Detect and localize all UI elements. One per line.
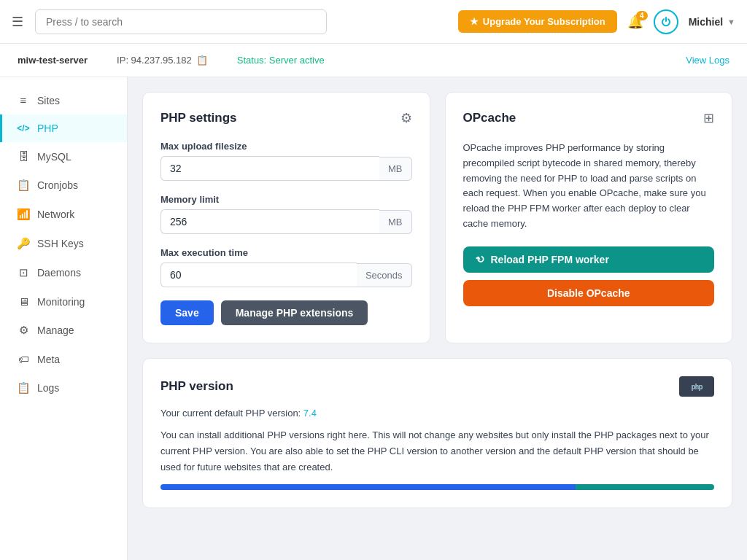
sidebar-item-manage[interactable]: ⚙ Manage <box>0 316 127 345</box>
memory-limit-unit: MB <box>379 210 412 234</box>
server-info-bar: miw-test-server IP: 94.237.95.182 📋 Stat… <box>0 44 747 77</box>
php-version-install-text: You can install additional PHP versions … <box>160 427 714 475</box>
key-icon: 🔑 <box>17 237 30 250</box>
memory-limit-input-row: MB <box>160 209 412 234</box>
sidebar-label-sites: Sites <box>37 95 60 106</box>
sidebar-item-cronjobs[interactable]: 📋 Cronjobs <box>0 171 127 200</box>
hamburger-menu[interactable]: ☰ <box>12 14 23 30</box>
sidebar-item-daemons[interactable]: ⊡ Daemons <box>0 258 127 287</box>
gear-icon: ⚙ <box>17 324 30 337</box>
php-settings-header: PHP settings ⚙ <box>160 110 412 126</box>
cards-row: PHP settings ⚙ Max upload filesize MB Me… <box>142 92 732 343</box>
reload-fpm-button[interactable]: ↻ Reload PHP FPM worker <box>463 246 715 273</box>
max-upload-input[interactable] <box>160 156 379 181</box>
php-version-card: PHP version php Your current default PHP… <box>142 358 732 508</box>
cronjobs-icon: 📋 <box>17 179 30 192</box>
sidebar-item-sites[interactable]: ≡ Sites <box>0 86 127 114</box>
memory-limit-label: Memory limit <box>160 194 412 205</box>
sidebar-item-monitoring[interactable]: 🖥 Monitoring <box>0 287 127 316</box>
opcache-description: OPcache improves PHP performance by stor… <box>463 141 715 232</box>
upgrade-label: Upgrade Your Subscription <box>483 16 605 27</box>
status-prefix: Status: <box>237 55 269 66</box>
version-segment-primary <box>160 484 576 490</box>
monitor-icon: 🖥 <box>17 295 30 308</box>
sidebar-item-logs[interactable]: 📋 Logs <box>0 373 127 402</box>
max-execution-input[interactable] <box>160 262 357 287</box>
memory-limit-input[interactable] <box>160 209 379 234</box>
upgrade-button[interactable]: ★ Upgrade Your Subscription <box>458 10 617 33</box>
main-layout: ≡ Sites </> PHP 🗄 MySQL 📋 Cronjobs 📶 Net… <box>0 77 747 560</box>
disable-opcache-button[interactable]: Disable OPcache <box>463 280 715 306</box>
power-icon[interactable] <box>654 9 678 34</box>
status-value: Server active <box>269 55 325 66</box>
refresh-icon: ↻ <box>473 252 487 267</box>
sidebar-label-meta: Meta <box>37 354 60 365</box>
sidebar: ≡ Sites </> PHP 🗄 MySQL 📋 Cronjobs 📶 Net… <box>0 77 128 560</box>
settings-gear-icon[interactable]: ⚙ <box>400 110 412 126</box>
reload-fpm-label: Reload PHP FPM worker <box>491 254 609 265</box>
manage-extensions-button[interactable]: Manage PHP extensions <box>221 300 368 325</box>
ip-label: IP: 94.237.95.182 <box>117 55 192 66</box>
server-ip: IP: 94.237.95.182 📋 <box>117 55 208 66</box>
sidebar-label-daemons: Daemons <box>37 267 81 279</box>
opcache-card: OPcache ⊞ OPcache improves PHP performan… <box>445 92 733 343</box>
max-execution-unit: Seconds <box>357 263 412 287</box>
tag-icon: 🏷 <box>17 353 30 365</box>
list-icon: ≡ <box>17 94 30 106</box>
php-elephant-icon: php <box>691 383 702 391</box>
php-version-current-text: Your current default PHP version: 7.4 <box>160 405 714 421</box>
chevron-down-icon: ▼ <box>727 18 735 26</box>
php-version-title: PHP version <box>160 379 233 394</box>
logs-icon: 📋 <box>17 381 30 394</box>
max-upload-label: Max upload filesize <box>160 141 412 152</box>
php-logo: php <box>679 376 714 397</box>
sidebar-item-meta[interactable]: 🏷 Meta <box>0 345 127 373</box>
server-name: miw-test-server <box>18 55 88 66</box>
max-upload-group: Max upload filesize MB <box>160 141 412 181</box>
main-content: PHP settings ⚙ Max upload filesize MB Me… <box>128 77 747 560</box>
user-menu[interactable]: Michiel ▼ <box>689 16 735 28</box>
php-version-header: PHP version php <box>160 376 714 397</box>
search-input[interactable] <box>35 9 327 34</box>
top-navigation: ☰ ★ Upgrade Your Subscription 🔔 4 Michie… <box>0 0 747 44</box>
version-segment-secondary <box>576 484 714 490</box>
max-execution-label: Max execution time <box>160 247 412 258</box>
grid-icon[interactable]: ⊞ <box>703 110 714 126</box>
view-logs-link[interactable]: View Logs <box>686 55 729 66</box>
code-icon: </> <box>17 123 30 133</box>
notification-badge: 4 <box>636 11 648 20</box>
current-version-link[interactable]: 7.4 <box>303 408 317 419</box>
topnav-right: ★ Upgrade Your Subscription 🔔 4 Michiel … <box>458 9 735 34</box>
sidebar-item-ssh-keys[interactable]: 🔑 SSH Keys <box>0 229 127 258</box>
sidebar-label-monitoring: Monitoring <box>37 296 85 308</box>
save-button[interactable]: Save <box>160 300 214 325</box>
network-icon: 📶 <box>17 208 30 221</box>
current-version-prefix: Your current default PHP version: <box>160 408 303 419</box>
max-execution-group: Max execution time Seconds <box>160 247 412 287</box>
sidebar-label-network: Network <box>37 209 74 220</box>
daemons-icon: ⊡ <box>17 266 30 279</box>
sidebar-label-cronjobs: Cronjobs <box>37 179 78 191</box>
sidebar-item-network[interactable]: 📶 Network <box>0 200 127 229</box>
sidebar-label-manage: Manage <box>37 324 74 336</box>
max-upload-unit: MB <box>379 157 412 181</box>
database-icon: 🗄 <box>17 150 30 163</box>
sidebar-label-php: PHP <box>37 122 58 134</box>
php-settings-buttons: Save Manage PHP extensions <box>160 300 412 325</box>
sidebar-label-ssh: SSH Keys <box>37 238 84 249</box>
server-status: Status: Server active <box>237 55 325 66</box>
php-version-bar <box>160 484 714 490</box>
memory-limit-group: Memory limit MB <box>160 194 412 234</box>
sidebar-item-mysql[interactable]: 🗄 MySQL <box>0 142 127 171</box>
php-settings-title: PHP settings <box>160 111 237 125</box>
opcache-title: OPcache <box>463 111 516 125</box>
username-label: Michiel <box>689 16 723 28</box>
copy-icon[interactable]: 📋 <box>196 55 208 66</box>
sidebar-label-mysql: MySQL <box>37 151 71 163</box>
php-settings-card: PHP settings ⚙ Max upload filesize MB Me… <box>142 92 430 343</box>
star-icon: ★ <box>470 16 479 27</box>
notifications-button[interactable]: 🔔 4 <box>627 14 643 30</box>
max-execution-input-row: Seconds <box>160 262 412 287</box>
sidebar-item-php[interactable]: </> PHP <box>0 114 127 142</box>
sidebar-label-logs: Logs <box>37 382 59 394</box>
